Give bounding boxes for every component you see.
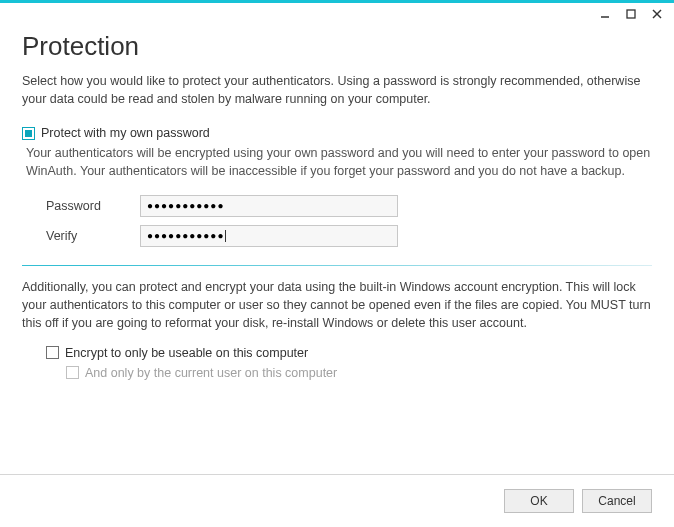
ok-button[interactable]: OK <box>504 489 574 513</box>
password-input[interactable]: ●●●●●●●●●●● <box>140 195 398 217</box>
intro-text: Select how you would like to protect you… <box>22 72 652 108</box>
dialog-footer: OK Cancel <box>0 474 674 527</box>
minimize-button[interactable] <box>594 5 616 23</box>
section-divider <box>22 265 652 266</box>
password-label: Password <box>46 199 140 213</box>
verify-input[interactable]: ●●●●●●●●●●● <box>140 225 398 247</box>
svg-rect-1 <box>627 10 635 18</box>
encrypt-computer-label: Encrypt to only be useable on this compu… <box>65 346 308 360</box>
protect-password-help: Your authenticators will be encrypted us… <box>26 144 652 180</box>
encrypt-intro: Additionally, you can protect and encryp… <box>22 278 652 332</box>
encrypt-user-checkbox-row: And only by the current user on this com… <box>22 366 652 380</box>
encrypt-user-label: And only by the current user on this com… <box>85 366 337 380</box>
protect-password-label: Protect with my own password <box>41 126 210 140</box>
verify-label: Verify <box>46 229 140 243</box>
protect-password-checkbox[interactable] <box>22 127 35 140</box>
protect-password-checkbox-row[interactable]: Protect with my own password <box>22 126 652 140</box>
page-title: Protection <box>22 31 652 62</box>
close-button[interactable] <box>646 5 668 23</box>
text-caret <box>225 230 226 242</box>
maximize-button[interactable] <box>620 5 642 23</box>
cancel-button[interactable]: Cancel <box>582 489 652 513</box>
encrypt-computer-checkbox-row[interactable]: Encrypt to only be useable on this compu… <box>22 346 652 360</box>
titlebar <box>0 0 674 25</box>
encrypt-computer-checkbox[interactable] <box>46 346 59 359</box>
encrypt-user-checkbox <box>66 366 79 379</box>
